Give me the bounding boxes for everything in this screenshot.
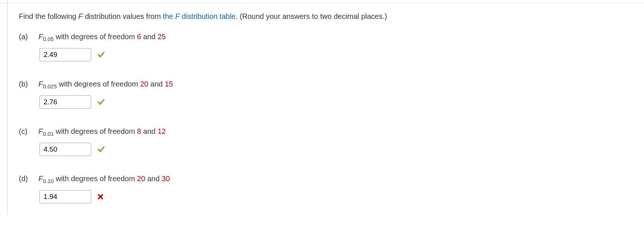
check-icon xyxy=(97,98,105,106)
df2-value: 30 xyxy=(162,175,170,183)
question-b: (b) F0.025 with degrees of freedom 20 an… xyxy=(19,80,644,109)
df2-value: 12 xyxy=(158,127,166,135)
and-text: and xyxy=(145,175,161,183)
question-a-prompt: (a) F0.05 with degrees of freedom 6 and … xyxy=(19,33,644,42)
part-label-b: (b) xyxy=(19,80,32,88)
instruction-italic-f: F xyxy=(78,12,83,20)
df1-value: 20 xyxy=(137,175,145,183)
instruction-suffix: . (Round your answers to two decimal pla… xyxy=(236,12,387,20)
f-subscript: 0.10 xyxy=(43,178,54,184)
f-symbol: F xyxy=(38,127,43,135)
df2-value: 15 xyxy=(165,80,173,88)
f-subscript: 0.025 xyxy=(43,83,57,89)
f-symbol: F xyxy=(38,80,43,88)
answer-input-c[interactable] xyxy=(40,143,91,156)
dof-text: with degrees of freedom xyxy=(57,80,140,88)
f-subscript: 0.05 xyxy=(43,36,54,42)
f-symbol: F xyxy=(38,33,43,41)
df1-value: 20 xyxy=(140,80,148,88)
answer-input-a[interactable] xyxy=(40,48,91,61)
part-label-a: (a) xyxy=(19,33,32,41)
question-b-prompt: (b) F0.025 with degrees of freedom 20 an… xyxy=(19,80,644,89)
part-label-c: (c) xyxy=(19,127,32,136)
answer-input-b[interactable] xyxy=(40,95,91,109)
question-a: (a) F0.05 with degrees of freedom 6 and … xyxy=(19,33,644,61)
dof-text: with degrees of freedom xyxy=(54,127,137,135)
question-c-prompt: (c) F0.01 with degrees of freedom 8 and … xyxy=(19,127,644,137)
and-text: and xyxy=(148,80,165,88)
instruction-text: Find the following F distribution values… xyxy=(19,11,644,21)
answer-input-d[interactable] xyxy=(40,190,91,203)
check-icon xyxy=(97,51,105,59)
question-d-prompt: (d) F0.10 with degrees of freedom 20 and… xyxy=(19,175,644,184)
dof-text: with degrees of freedom xyxy=(54,175,137,183)
f-distribution-table-link[interactable]: the F distribution table xyxy=(163,12,236,20)
df1-value: 6 xyxy=(137,33,141,41)
and-text: and xyxy=(141,127,157,135)
instruction-prefix: Find the following xyxy=(19,12,78,20)
f-subscript: 0.01 xyxy=(43,131,54,137)
check-icon xyxy=(97,145,105,153)
f-symbol: F xyxy=(38,175,43,183)
instruction-mid: distribution values from xyxy=(83,12,163,20)
dof-text: with degrees of freedom xyxy=(54,33,137,41)
df1-value: 8 xyxy=(137,127,141,135)
and-text: and xyxy=(141,33,157,41)
cross-icon xyxy=(97,193,104,200)
question-c: (c) F0.01 with degrees of freedom 8 and … xyxy=(19,127,644,156)
df2-value: 25 xyxy=(158,33,166,41)
part-label-d: (d) xyxy=(19,175,32,183)
question-d: (d) F0.10 with degrees of freedom 20 and… xyxy=(19,175,644,203)
